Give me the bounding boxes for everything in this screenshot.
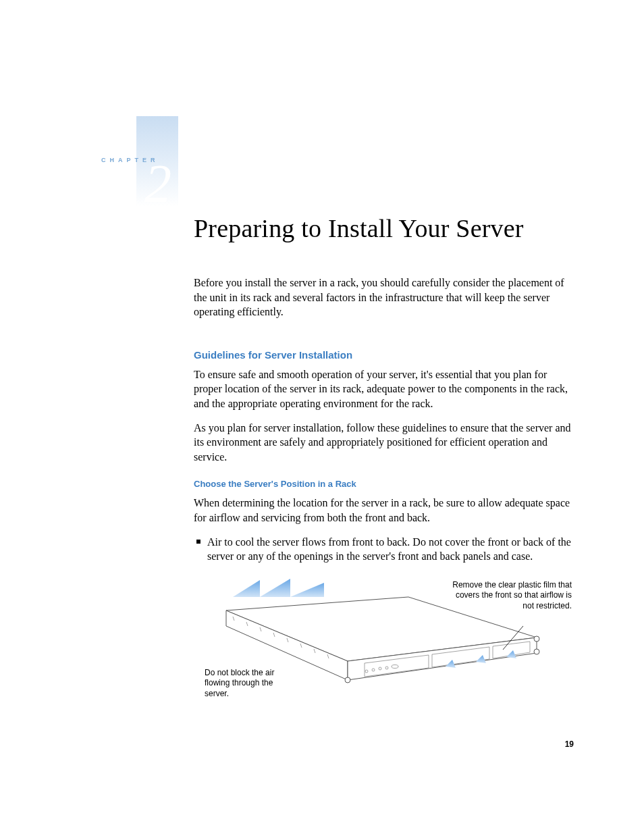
svg-marker-2 — [290, 583, 324, 597]
svg-point-23 — [534, 649, 539, 654]
bullet-text: Air to cool the server flows from front … — [207, 535, 572, 564]
svg-marker-0 — [233, 580, 260, 597]
figure-callout-left: Do not block the air flowing through the… — [205, 668, 299, 700]
figure-callout-right: Remove the clear plastic film that cover… — [444, 580, 572, 612]
section-heading-guidelines: Guidelines for Server Installation — [194, 349, 572, 361]
page-title: Preparing to Install Your Server — [194, 213, 572, 243]
body-paragraph: As you plan for server installation, fol… — [194, 421, 572, 465]
server-airflow-figure: Do not block the air flowing through the… — [194, 573, 572, 708]
chapter-number: 2 — [144, 157, 171, 211]
bullet-item: Air to cool the server flows from front … — [194, 535, 572, 564]
body-paragraph: To ensure safe and smooth operation of y… — [194, 367, 572, 411]
intro-paragraph: Before you install the server in a rack,… — [194, 276, 572, 319]
bullet-square-icon — [196, 540, 200, 544]
svg-point-24 — [345, 677, 350, 683]
svg-point-22 — [534, 636, 539, 642]
body-paragraph: When determining the location for the se… — [194, 496, 572, 525]
page-number: 19 — [565, 739, 574, 749]
page-content: Preparing to Install Your Server Before … — [194, 213, 572, 708]
subsection-heading-choose-position: Choose the Server's Position in a Rack — [194, 479, 572, 489]
svg-marker-1 — [260, 579, 290, 597]
